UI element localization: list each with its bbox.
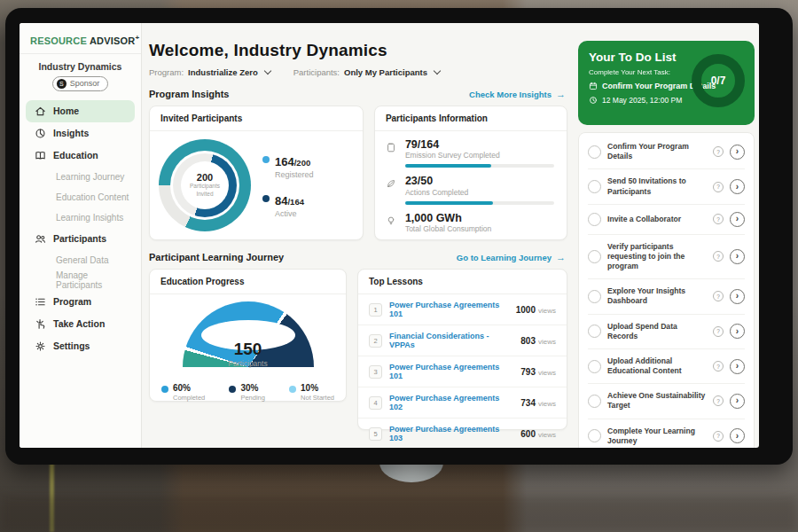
task-open-button[interactable]: › (730, 289, 745, 304)
lesson-rank: 5 (369, 427, 382, 441)
list-icon (34, 296, 46, 308)
sidebar-item-education-content[interactable]: Education Content (26, 187, 135, 207)
task-open-button[interactable]: › (730, 394, 745, 409)
task-checkbox[interactable] (588, 145, 601, 159)
help-icon[interactable]: ? (713, 291, 724, 301)
todo-column: Your To Do List Complete Your Next Task:… (578, 23, 759, 448)
task-checkbox[interactable] (588, 213, 601, 226)
invited-participants-card: Invited Participants 200 Participants In… (149, 106, 364, 240)
help-icon[interactable]: ? (713, 395, 724, 406)
task-row: Invite a Collaborator ? › (588, 205, 745, 235)
link-label: Go to Learning Journey (457, 253, 552, 262)
task-checkbox[interactable] (588, 180, 601, 193)
task-row: Achieve One Sustainability Target ? › (588, 384, 745, 419)
views-suffix: views (538, 431, 556, 439)
lesson-views: 793 (520, 367, 536, 377)
sidebar-item-label: Participants (53, 233, 106, 244)
task-checkbox[interactable] (588, 429, 601, 442)
views-suffix: views (538, 400, 556, 408)
lesson-rank: 2 (369, 334, 382, 348)
participants-information-card-title: Participants Information (375, 106, 567, 131)
task-label: Verify participants requesting to join t… (607, 242, 707, 272)
donut-center-value: 200 (197, 172, 213, 183)
help-icon[interactable]: ? (713, 361, 724, 372)
logo-primary: RESOURCE (30, 35, 87, 46)
task-checkbox[interactable] (588, 360, 601, 373)
lesson-link[interactable]: Power Purchase Agreements 101 (389, 301, 509, 318)
sidebar-item-take-action[interactable]: Take Action (26, 313, 135, 335)
task-open-button[interactable]: › (730, 249, 745, 264)
task-open-button[interactable]: › (730, 324, 745, 339)
task-label: Upload Additional Educational Content (607, 356, 707, 376)
task-checkbox[interactable] (588, 395, 601, 408)
help-icon[interactable]: ? (713, 251, 724, 262)
help-icon[interactable]: ? (713, 326, 724, 337)
progress-fill (405, 164, 491, 168)
sidebar-item-general-data[interactable]: General Data (26, 250, 135, 270)
education-progress-card: Education Progress 150 Participants (149, 269, 347, 402)
task-open-button[interactable]: › (730, 145, 745, 160)
sidebar-item-participants[interactable]: Participants (26, 228, 135, 250)
sidebar-item-settings[interactable]: Settings (26, 335, 135, 357)
help-icon[interactable]: ? (713, 214, 724, 224)
sidebar: RESOURCEADVISOR+ Industry Dynamics S Spo… (20, 23, 142, 448)
invited-participants-body: 200 Participants Invited 164/200 Registe (150, 131, 363, 239)
participants-filter-label: Participants: (293, 67, 340, 77)
sidebar-item-learning-insights[interactable]: Learning Insights (26, 207, 135, 228)
program-filter-value: Industrialize Zero (188, 67, 258, 77)
sidebar-item-label: Take Action (53, 318, 105, 329)
check-more-insights-link[interactable]: Check More Insights → (469, 90, 566, 99)
task-checkbox[interactable] (588, 290, 601, 303)
go-to-learning-journey-link[interactable]: Go to Learning Journey → (457, 253, 566, 262)
active-total: /164 (287, 197, 304, 207)
donut-center-label: Participants Invited (182, 183, 228, 199)
app-logo: RESOURCEADVISOR+ (20, 32, 141, 53)
lesson-link[interactable]: Power Purchase Agreements 101 (389, 363, 513, 380)
program-filter-dropdown[interactable]: Program: Industrialize Zero (149, 67, 270, 77)
metric-value: 23/50 (405, 175, 554, 187)
sidebar-item-label: Settings (53, 340, 90, 351)
lesson-rank: 4 (369, 396, 382, 410)
task-open-button[interactable]: › (730, 212, 745, 227)
education-legend: 60% Completed 30% Pending (150, 383, 346, 402)
task-label: Confirm Your Program Details (607, 142, 707, 161)
sidebar-item-education[interactable]: Education (26, 145, 135, 167)
help-icon[interactable]: ? (713, 146, 724, 157)
task-checkbox[interactable] (588, 325, 601, 338)
leaf-icon (386, 175, 398, 204)
task-open-button[interactable]: › (730, 179, 745, 194)
hand-click-icon (34, 318, 46, 330)
sidebar-item-home[interactable]: Home (26, 100, 135, 122)
task-checkbox[interactable] (588, 250, 601, 263)
lesson-link[interactable]: Power Purchase Agreements 102 (389, 394, 513, 411)
participants-filter-dropdown[interactable]: Participants: Only My Participants (293, 67, 440, 77)
logo-plus: + (135, 34, 139, 42)
task-row: Upload Spend Data Records ? › (588, 315, 745, 349)
dashboard-screen: RESOURCEADVISOR+ Industry Dynamics S Spo… (20, 23, 759, 448)
lesson-link[interactable]: Power Purchase Agreements 103 (389, 425, 513, 442)
lesson-link[interactable]: Financial Considerations - VPPAs (389, 332, 513, 349)
invited-donut-outer-ring: 200 Participants Invited (159, 139, 251, 231)
sidebar-item-manage-participants[interactable]: Manage Participants (26, 270, 135, 291)
sidebar-item-insights[interactable]: Insights (26, 122, 135, 145)
invited-legend: 164/200 Registered 84/164 Active (262, 153, 314, 218)
help-icon[interactable]: ? (713, 182, 724, 192)
sponsor-badge-label: Sponsor (70, 79, 100, 88)
help-icon[interactable]: ? (713, 431, 724, 442)
todo-datetime-label: 12 May 2025, 12:00 PM (602, 96, 682, 105)
chevron-down-icon (263, 67, 270, 74)
sidebar-item-learning-journey[interactable]: Learning Journey (26, 167, 135, 187)
not-started-dot-icon (289, 386, 296, 393)
progress-fill (405, 201, 493, 205)
task-open-button[interactable]: › (730, 359, 745, 374)
completed-label: Completed (173, 394, 205, 402)
task-open-button[interactable]: › (730, 428, 745, 443)
completed-percent: 60% (173, 383, 205, 394)
sidebar-item-program[interactable]: Program (26, 291, 135, 313)
legend-item-not-started: 10% Not Started (289, 383, 334, 402)
lightbulb-icon (386, 212, 398, 233)
home-icon (34, 106, 46, 117)
top-lessons-card: Top Lessons 1 Power Purchase Agreements … (357, 269, 567, 430)
task-label: Complete Your Learning Journey (607, 426, 707, 446)
todo-progress-ring: 0/7 (692, 54, 745, 107)
